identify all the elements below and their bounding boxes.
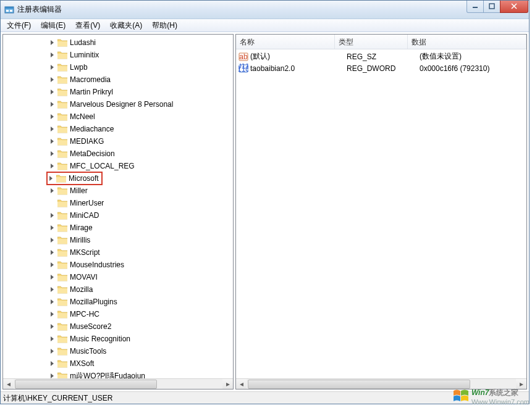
tree-label: Music Recognition [70, 335, 130, 343]
tree-item[interactable]: Mediachance [3, 123, 233, 135]
expander-icon[interactable] [49, 286, 56, 293]
expander-icon[interactable] [49, 101, 56, 108]
tree-label: MouseIndustries [70, 260, 124, 269]
expander-icon[interactable] [49, 138, 56, 145]
tree-item[interactable]: MinerUser [3, 197, 233, 209]
expander-icon[interactable] [49, 274, 56, 281]
scroll-thumb[interactable] [15, 380, 157, 389]
header-type[interactable]: 类型 [335, 35, 408, 49]
expander-icon[interactable] [49, 249, 56, 256]
tree-view[interactable]: LudashiLuminitixLwpbMacromediaMartin Pri… [3, 35, 233, 380]
tree-item[interactable]: MuseScore2 [3, 320, 233, 333]
expander-icon[interactable] [49, 64, 56, 71]
expander-icon[interactable] [49, 163, 56, 170]
tree-label: MusicTools [70, 347, 106, 356]
expander-icon[interactable] [49, 188, 56, 194]
menu-1[interactable]: 编辑(E) [36, 19, 70, 32]
expander-icon[interactable] [49, 114, 56, 120]
menu-0[interactable]: 文件(F) [2, 19, 36, 32]
scroll-left-button[interactable]: ◂ [236, 379, 247, 389]
menu-4[interactable]: 帮助(H) [147, 19, 182, 32]
tree-item[interactable]: Mirillis [3, 234, 233, 246]
tree-item[interactable]: Mozilla [3, 283, 233, 296]
tree-item[interactable]: Marvelous Designer 8 Personal [3, 98, 233, 110]
expander-icon[interactable] [49, 225, 56, 231]
tree-item[interactable]: Luminitix [3, 49, 233, 61]
expander-icon[interactable] [49, 311, 56, 318]
svg-rect-5 [489, 4, 494, 9]
expander-icon[interactable] [49, 299, 56, 306]
tree-item[interactable]: Macromedia [3, 73, 233, 86]
minimize-button[interactable] [467, 1, 484, 13]
tree-item[interactable]: MOVAVI [3, 271, 233, 283]
value-data: 0x000c16f6 (792310) [420, 64, 526, 73]
tree-label: Martin Prikryl [70, 88, 113, 96]
titlebar[interactable]: 注册表编辑器 [1, 1, 529, 19]
tree-item[interactable]: McNeel [3, 110, 233, 123]
expander-icon[interactable] [49, 52, 56, 59]
tree-item[interactable]: Mirage [3, 222, 233, 234]
header-data[interactable]: 数据 [408, 35, 526, 49]
value-type: REG_DWORD [347, 64, 420, 73]
maximize-button[interactable] [483, 1, 500, 13]
value-name: (默认) [250, 51, 347, 62]
expander-icon[interactable] [49, 212, 56, 219]
tree-item[interactable]: Microsoft [3, 172, 233, 185]
expander-icon[interactable] [49, 336, 56, 343]
values-hscrollbar[interactable]: ◂ ▸ [236, 378, 526, 389]
svg-rect-3 [10, 10, 12, 12]
expander-icon[interactable] [49, 151, 56, 157]
tree-item[interactable]: Martin Prikryl [3, 86, 233, 98]
menu-3[interactable]: 收藏夹(A) [105, 19, 147, 32]
window: 注册表编辑器 文件(F)编辑(E)查看(V)收藏夹(A)帮助(H) Ludash… [0, 0, 530, 404]
highlight-box: Microsoft [46, 172, 103, 185]
list-body[interactable]: ab(默认)REG_SZ(数值未设置)011110taobaibian2.0RE… [236, 49, 526, 74]
expander-icon[interactable] [49, 126, 56, 133]
scroll-thumb[interactable] [248, 380, 470, 389]
tree-item[interactable]: MEDIAKG [3, 135, 233, 148]
value-row[interactable]: 011110taobaibian2.0REG_DWORD0x000c16f6 (… [236, 62, 526, 74]
tree-item[interactable]: MetaDecision [3, 148, 233, 160]
expander-icon[interactable] [49, 360, 56, 367]
tree-label: MEDIAKG [70, 137, 104, 146]
value-row[interactable]: ab(默认)REG_SZ(数值未设置) [236, 51, 526, 62]
tree-item[interactable]: Music Recognition [3, 333, 233, 345]
value-name: taobaibian2.0 [250, 64, 347, 73]
tree-item[interactable]: MKScript [3, 246, 233, 259]
svg-rect-2 [6, 10, 9, 12]
tree-item[interactable]: Lwpb [3, 61, 233, 73]
tree-panel: LudashiLuminitixLwpbMacromediaMartin Pri… [2, 34, 234, 389]
expander-icon[interactable] [48, 175, 54, 182]
window-buttons [467, 1, 528, 13]
tree-item[interactable]: MFC_LOCAL_REG [3, 160, 233, 172]
close-button[interactable] [500, 1, 528, 13]
menu-2[interactable]: 查看(V) [70, 19, 105, 32]
expander-icon[interactable] [49, 262, 56, 269]
scroll-right-button[interactable]: ▸ [222, 379, 233, 389]
tree-item[interactable]: MXSoft [3, 357, 233, 370]
expander-icon[interactable] [49, 77, 56, 83]
svg-rect-4 [473, 7, 478, 8]
expander-icon[interactable] [49, 40, 56, 46]
tree-label: MuseScore2 [70, 322, 111, 331]
tree-item[interactable]: MouseIndustries [3, 259, 233, 271]
scroll-right-button[interactable]: ▸ [516, 379, 526, 389]
expander-icon[interactable] [49, 89, 56, 96]
tree-label: MKScript [70, 248, 100, 257]
scroll-left-button[interactable]: ◂ [3, 379, 14, 389]
tree-item[interactable]: Ludashi [3, 36, 233, 49]
tree-label: Microsoft [69, 174, 99, 183]
tree-hscrollbar[interactable]: ◂ ▸ [3, 378, 233, 389]
header-name[interactable]: 名称 [236, 35, 335, 49]
tree-item[interactable]: Miller [3, 185, 233, 197]
expander-icon[interactable] [49, 323, 56, 330]
expander-icon[interactable] [49, 348, 56, 355]
tree-item[interactable]: MusicTools [3, 345, 233, 357]
window-title: 注册表编辑器 [17, 4, 467, 15]
tree-item[interactable]: MPC-HC [3, 308, 233, 320]
status-path: 计算机\HKEY_CURRENT_USER [3, 394, 112, 402]
expander-icon[interactable] [49, 237, 56, 244]
tree-item[interactable]: MozillaPlugins [3, 296, 233, 308]
tree-label: MozillaPlugins [70, 298, 117, 306]
tree-item[interactable]: MiniCAD [3, 209, 233, 222]
